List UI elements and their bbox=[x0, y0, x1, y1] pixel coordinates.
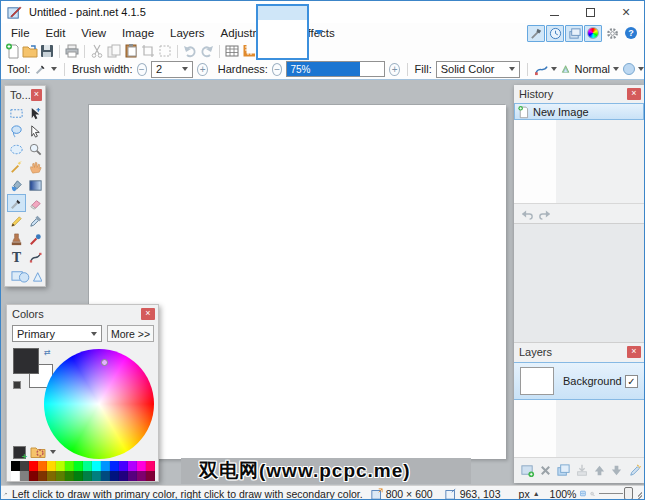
tool-move-selected-pixels[interactable] bbox=[26, 104, 45, 122]
palette-manager-button[interactable] bbox=[30, 445, 46, 459]
zoom-to-window-button[interactable] bbox=[580, 487, 586, 500]
undo-button-disabled[interactable] bbox=[182, 43, 198, 59]
menu-image[interactable]: Image bbox=[114, 24, 162, 42]
colors-close-button[interactable]: × bbox=[141, 308, 155, 320]
palette-swatch[interactable] bbox=[92, 471, 101, 481]
tool-text[interactable]: T bbox=[7, 248, 26, 266]
palette-swatch[interactable] bbox=[110, 461, 119, 471]
add-color-to-palette-button[interactable] bbox=[13, 446, 26, 459]
current-tool-dropdown[interactable] bbox=[34, 62, 57, 76]
tool-paint-bucket[interactable] bbox=[7, 176, 26, 194]
move-layer-down-button-disabled[interactable] bbox=[610, 464, 623, 477]
palette-swatch[interactable] bbox=[56, 461, 65, 471]
zoom-out-icon[interactable] bbox=[590, 488, 595, 500]
settings-button[interactable] bbox=[603, 25, 621, 42]
palette-swatch[interactable] bbox=[11, 471, 20, 481]
crop-button-disabled[interactable] bbox=[140, 43, 156, 59]
swap-colors-icon[interactable]: ⇄ bbox=[44, 348, 51, 357]
palette-swatch[interactable] bbox=[146, 471, 155, 481]
palette-swatch[interactable] bbox=[83, 471, 92, 481]
brush-width-increase-button[interactable]: + bbox=[197, 63, 207, 76]
palette-swatch[interactable] bbox=[101, 471, 110, 481]
palette-swatch[interactable] bbox=[146, 461, 155, 471]
palette-swatch[interactable] bbox=[11, 461, 20, 471]
palette-swatch[interactable] bbox=[128, 461, 137, 471]
history-item-new-image[interactable]: New Image bbox=[514, 103, 644, 120]
add-layer-button[interactable] bbox=[520, 463, 535, 478]
color-target-combo[interactable]: Primary bbox=[12, 325, 102, 342]
tool-gradient[interactable] bbox=[26, 176, 45, 194]
palette-swatch[interactable] bbox=[119, 471, 128, 481]
palette-dropdown-chevron-icon[interactable] bbox=[50, 450, 56, 454]
palette-swatch[interactable] bbox=[38, 461, 47, 471]
tool-pencil[interactable] bbox=[7, 212, 26, 230]
merge-layer-down-button-disabled[interactable] bbox=[575, 463, 589, 477]
palette-swatch[interactable] bbox=[137, 461, 146, 471]
palette-swatch[interactable] bbox=[83, 461, 92, 471]
save-button[interactable] bbox=[39, 43, 55, 59]
color-wheel[interactable] bbox=[44, 349, 154, 459]
layer-properties-button[interactable] bbox=[627, 463, 642, 478]
help-button[interactable]: ? bbox=[622, 25, 640, 42]
palette-swatch[interactable] bbox=[137, 471, 146, 481]
history-undo-icon[interactable] bbox=[520, 208, 534, 220]
color-wheel-cursor[interactable] bbox=[101, 359, 108, 366]
tool-magic-wand[interactable] bbox=[7, 158, 26, 176]
palette-swatch[interactable] bbox=[65, 461, 74, 471]
smoothing-dropdown[interactable] bbox=[534, 63, 557, 76]
layer-visibility-checkbox[interactable]: ✓ bbox=[625, 375, 638, 388]
tool-eraser[interactable] bbox=[26, 194, 45, 212]
brush-preview-dropdown-button[interactable] bbox=[312, 26, 326, 38]
palette-swatch[interactable] bbox=[20, 471, 29, 481]
deselect-button-disabled[interactable] bbox=[157, 43, 173, 59]
tool-line-curve[interactable] bbox=[26, 248, 45, 266]
primary-color-swatch[interactable] bbox=[13, 348, 39, 374]
new-file-button[interactable] bbox=[5, 43, 21, 59]
window-resize-grip[interactable] bbox=[638, 489, 642, 499]
tool-color-picker[interactable] bbox=[26, 212, 45, 230]
tool-zoom[interactable] bbox=[26, 140, 45, 158]
tool-pan[interactable] bbox=[26, 158, 45, 176]
tool-ellipse-select[interactable] bbox=[7, 140, 26, 158]
palette-swatch[interactable] bbox=[47, 471, 56, 481]
menu-edit[interactable]: Edit bbox=[38, 24, 74, 42]
palette-swatch[interactable] bbox=[29, 471, 38, 481]
paste-button[interactable] bbox=[123, 43, 139, 59]
palette-swatch[interactable] bbox=[74, 461, 83, 471]
layer-row-background[interactable]: Background ✓ bbox=[514, 362, 644, 400]
reset-colors-icon[interactable] bbox=[13, 381, 21, 389]
zoom-slider[interactable] bbox=[599, 493, 623, 494]
palette-swatch[interactable] bbox=[128, 471, 137, 481]
palette-swatch[interactable] bbox=[119, 461, 128, 471]
tool-move-selection[interactable] bbox=[26, 122, 45, 140]
grid-toggle-button[interactable] bbox=[224, 43, 240, 59]
menu-layers[interactable]: Layers bbox=[162, 24, 213, 42]
toggle-tools-window-button[interactable] bbox=[527, 25, 545, 42]
ruler-toggle-button[interactable] bbox=[241, 43, 257, 59]
move-layer-up-button-disabled[interactable] bbox=[593, 464, 606, 477]
hardness-increase-button[interactable]: + bbox=[389, 63, 399, 76]
more-button[interactable]: More >> bbox=[107, 325, 154, 342]
palette-swatch[interactable] bbox=[101, 461, 110, 471]
palette-swatch[interactable] bbox=[29, 461, 38, 471]
tool-lasso-select[interactable] bbox=[7, 122, 26, 140]
brush-width-combo[interactable]: 2 bbox=[151, 61, 193, 78]
tool-rectangle-select[interactable] bbox=[7, 104, 26, 122]
maximize-button[interactable] bbox=[572, 1, 608, 23]
brush-width-decrease-button[interactable]: − bbox=[137, 63, 147, 76]
toggle-colors-window-button[interactable] bbox=[584, 25, 602, 42]
palette-swatch[interactable] bbox=[74, 471, 83, 481]
history-close-button[interactable]: × bbox=[627, 88, 641, 100]
history-redo-icon[interactable] bbox=[538, 208, 552, 220]
open-file-button[interactable] bbox=[22, 43, 38, 59]
palette-swatch[interactable] bbox=[38, 471, 47, 481]
tool-shapes[interactable] bbox=[7, 266, 45, 284]
layers-close-button[interactable]: × bbox=[627, 346, 641, 358]
palette-swatch[interactable] bbox=[110, 471, 119, 481]
menu-view[interactable]: View bbox=[73, 24, 114, 42]
blend-mode-dropdown[interactable]: Normal bbox=[575, 63, 619, 75]
palette-swatch[interactable] bbox=[65, 471, 74, 481]
toggle-history-window-button[interactable] bbox=[546, 25, 564, 42]
cut-button-disabled[interactable] bbox=[89, 43, 105, 59]
print-button[interactable] bbox=[64, 43, 80, 59]
